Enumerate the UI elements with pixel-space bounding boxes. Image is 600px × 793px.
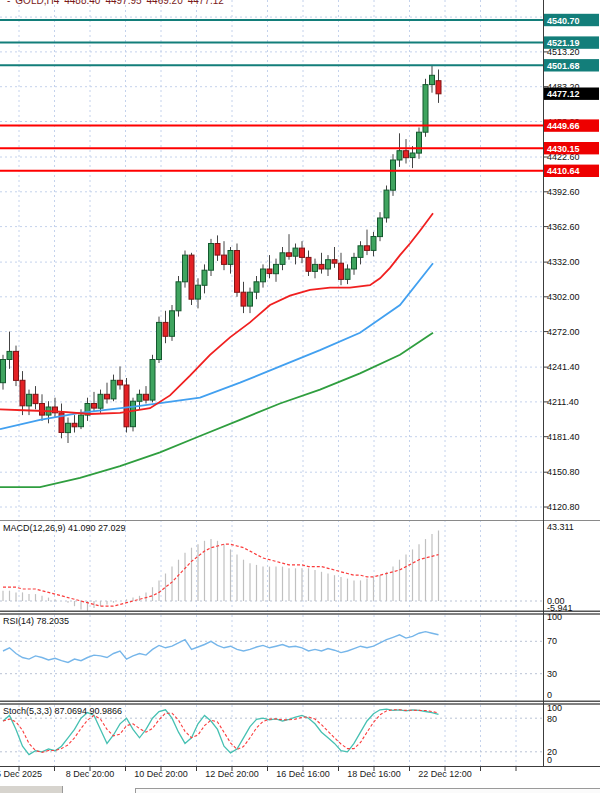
time-axis-label: 16 Dec 16:00 xyxy=(276,769,330,779)
axis-label: 80 xyxy=(547,714,557,724)
bull-candle xyxy=(7,351,12,359)
bear-candle xyxy=(163,322,168,336)
time-axis-label: 8 Dec 20:00 xyxy=(66,769,115,779)
ohlc-low-value: 4469.20 xyxy=(147,0,183,6)
bear-candle xyxy=(144,394,149,400)
rsi-line xyxy=(3,632,439,663)
axis-label: 4362.60 xyxy=(547,222,580,232)
bull-candle xyxy=(111,380,116,399)
bull-candle xyxy=(196,285,201,299)
bear-candle xyxy=(14,351,19,380)
time-axis[interactable]: 5 Dec 20258 Dec 20:0010 Dec 20:0012 Dec … xyxy=(0,769,600,783)
symbol-timeframe-label: GOLD,H4 xyxy=(15,0,59,6)
badge-price-text: 4430.15 xyxy=(547,144,580,154)
bull-candle xyxy=(150,360,155,401)
stoch-indicator-label: Stoch(5,3,3) 87.0694 90.9866 xyxy=(3,706,122,716)
stoch-d-line xyxy=(3,710,439,753)
stoch-pane xyxy=(3,709,439,754)
macd-pane xyxy=(3,531,439,612)
bull-candle xyxy=(79,415,84,427)
bear-candle xyxy=(92,404,97,409)
axis-label: 4181.40 xyxy=(547,432,580,442)
ohlc-open-value: 4488.40 xyxy=(64,0,100,6)
bull-candle xyxy=(66,423,71,432)
symbol-marker: - xyxy=(7,0,10,6)
axis-label: 4332.00 xyxy=(547,257,580,267)
bull-candle xyxy=(176,282,181,311)
badge-price-text: 4410.64 xyxy=(547,166,580,176)
badge-price-text: 4477.12 xyxy=(547,89,580,99)
badge-price-text: 4449.66 xyxy=(547,121,580,131)
bear-candle xyxy=(306,257,311,271)
support-price-badge: 4449.66 xyxy=(544,119,599,131)
bull-candle xyxy=(417,132,422,153)
price-level-lines xyxy=(0,20,543,171)
price-badges: 4540.704521.194501.684449.664430.154410.… xyxy=(544,14,599,177)
time-axis-label: 18 Dec 16:00 xyxy=(347,769,401,779)
support-price-badge: 4430.15 xyxy=(544,142,599,154)
axis-label: 70 xyxy=(547,636,557,646)
macd-indicator-label: MACD(12,26,9) 41.090 27.029 xyxy=(3,523,126,533)
bear-candle xyxy=(319,264,324,269)
resistance-price-badge: 4521.19 xyxy=(544,36,599,48)
axis-label: 100 xyxy=(547,703,562,713)
axis-label: 4241.40 xyxy=(547,362,580,372)
resistance-price-badge: 4501.68 xyxy=(544,59,599,71)
bear-candle xyxy=(267,269,272,274)
bottom-bar-fragment-right xyxy=(135,788,600,793)
axis-label: 0 xyxy=(547,690,552,700)
support-price-badge: 4410.64 xyxy=(544,165,599,177)
bull-candle xyxy=(261,269,266,282)
bull-candle xyxy=(410,153,415,158)
grid-lines xyxy=(0,0,543,766)
axis-label: 4272.00 xyxy=(547,327,580,337)
axis-label: 4302.00 xyxy=(547,292,580,302)
bull-candle xyxy=(209,244,214,271)
bear-candle xyxy=(215,244,220,256)
bull-candle xyxy=(352,257,357,269)
bull-candle xyxy=(170,311,175,337)
bear-candle xyxy=(124,385,129,427)
ma-mid-line xyxy=(0,263,433,429)
axis-label: 0 xyxy=(547,755,552,765)
badge-price-text: 4521.19 xyxy=(547,38,580,48)
bull-candle xyxy=(183,255,188,282)
bull-candle xyxy=(313,264,318,271)
chart-canvas[interactable]: 4543.204513.204483.204453.204422.604392.… xyxy=(0,0,600,793)
bear-candle xyxy=(20,380,25,406)
bull-candle xyxy=(137,394,142,401)
bear-candle xyxy=(105,394,110,399)
axis-label: 30 xyxy=(547,669,557,679)
bull-candle xyxy=(98,394,103,408)
bull-candle xyxy=(27,394,32,406)
bull-candle xyxy=(326,260,331,269)
bear-candle xyxy=(235,251,240,293)
bear-candle xyxy=(404,151,409,158)
bottom-bar-fragment-left xyxy=(0,786,63,793)
axis-label: 4150.80 xyxy=(547,467,580,477)
bull-candle xyxy=(397,151,402,160)
bull-candle xyxy=(378,218,383,237)
bear-candle xyxy=(118,380,123,385)
bull-candle xyxy=(202,270,207,285)
bull-candle xyxy=(254,282,259,292)
bull-candle xyxy=(345,269,350,279)
bear-candle xyxy=(40,404,45,416)
bear-candle xyxy=(332,260,337,264)
bear-candle xyxy=(365,246,370,251)
time-axis-label: 5 Dec 2025 xyxy=(0,769,42,779)
badge-price-text: 4540.70 xyxy=(547,16,580,26)
chart-title: -GOLD,H44488.404497.954469.204477.12 xyxy=(7,0,229,6)
trading-chart-window: 4543.204513.204483.204453.204422.604392.… xyxy=(0,0,600,793)
bear-candle xyxy=(222,255,227,264)
bull-candle xyxy=(384,190,389,218)
axis-label: 4120.80 xyxy=(547,502,580,512)
badge-price-text: 4501.68 xyxy=(547,61,580,71)
bull-candle xyxy=(371,237,376,251)
bull-candle xyxy=(391,160,396,190)
time-axis-label: 22 Dec 12:00 xyxy=(418,769,472,779)
bear-candle xyxy=(339,263,344,279)
bull-candle xyxy=(293,248,298,256)
axis-label: 4392.60 xyxy=(547,187,580,197)
current-price-badge: 4477.12 xyxy=(544,88,599,100)
